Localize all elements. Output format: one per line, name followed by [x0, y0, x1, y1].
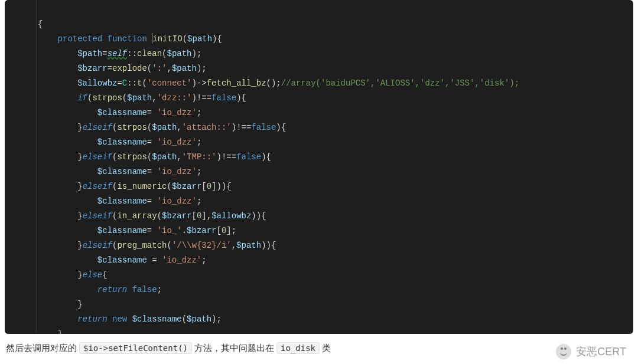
code-line: if(strpos($path,'dzz::')!==false){: [38, 93, 246, 103]
caption-text: 然后去调用对应的: [6, 343, 77, 354]
caption-text: 方法，其中问题出在: [194, 343, 274, 354]
code-editor: { protected function initIO($path){ $pat…: [5, 0, 633, 334]
code-line: }else{: [38, 270, 108, 280]
code-line: return false;: [38, 285, 162, 294]
wechat-icon: [556, 344, 571, 359]
code-line: $classname= 'io_dzz';: [38, 167, 201, 176]
code-line: }elseif(strpos($path,'attach::')!==false…: [38, 123, 286, 132]
code-line: $classname= 'io_'.$bzarr[0];: [38, 226, 236, 235]
code-line: }elseif(is_numeric($bzarr[0])){: [38, 182, 232, 191]
watermark: 安恶CERT: [556, 344, 626, 359]
code-line: $allowbz=C::t('connect')->fetch_all_bz()…: [38, 78, 519, 88]
code-line: $classname = 'io_dzz';: [38, 255, 207, 265]
caption: 然后去调用对应的 $io->setFileContent() 方法，其中问题出在…: [6, 342, 331, 354]
inline-code: io_disk: [276, 342, 320, 354]
watermark-text: 安恶CERT: [576, 345, 626, 359]
code-line: }elseif(preg_match('/\\w{32}/i',$path)){: [38, 241, 276, 250]
code-line: return new $classname($path);: [38, 314, 222, 324]
caption-text: 类: [322, 343, 331, 354]
code-line: $path=self::clean($path);: [38, 49, 201, 58]
code-line: $bzarr=explode(':',$path);: [38, 64, 207, 73]
code-line: $classname= 'io_dzz';: [38, 108, 201, 117]
code-area[interactable]: { protected function initIO($path){ $pat…: [5, 0, 633, 334]
code-line: {: [38, 19, 43, 29]
code-line: $classname= 'io_dzz';: [38, 137, 201, 147]
code-line: protected function initIO($path){: [38, 34, 222, 44]
code-line: $classname= 'io_dzz';: [38, 196, 201, 206]
code-line: }: [38, 329, 63, 334]
code-line: }: [38, 300, 83, 309]
code-line: }elseif(strpos($path,'TMP::')!==false){: [38, 152, 271, 162]
gutter: [5, 0, 37, 334]
code-line: }elseif(in_array($bzarr[0],$allowbz)){: [38, 211, 266, 221]
inline-code: $io->setFileContent(): [79, 342, 192, 354]
